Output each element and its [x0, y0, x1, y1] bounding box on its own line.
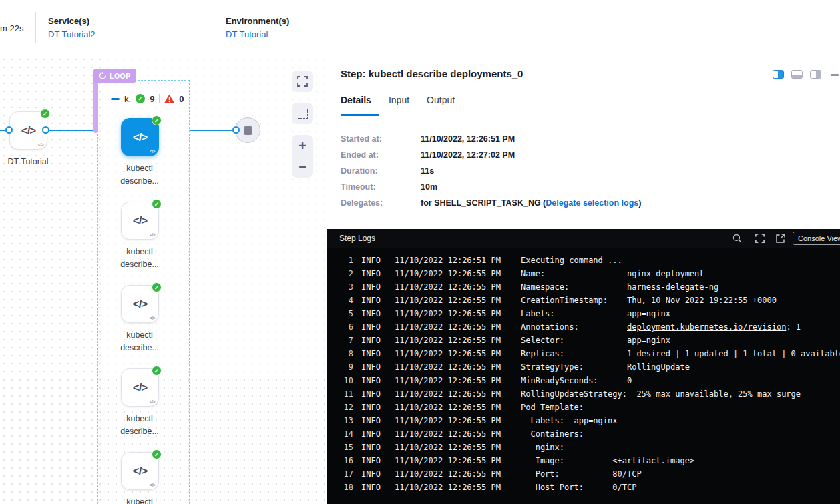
success-count: 9 — [150, 94, 154, 104]
log-line-number: 18 — [327, 483, 353, 496]
log-line: 3 INFO 11/10/2022 12:26:55 PM Namespace:… — [327, 282, 840, 296]
node-kubectl-describe-3[interactable]: </> </> ✓ — [121, 285, 159, 323]
log-line-number: 5 — [327, 309, 353, 322]
log-annotation-link[interactable]: deployment.kubernetes.io/revision — [627, 322, 786, 332]
log-level: INFO — [361, 269, 381, 282]
pipeline-canvas[interactable]: LOOP k. ✓ 9 0 </> </> ✓ DT Tutorial </> … — [0, 55, 327, 504]
search-icon[interactable] — [732, 234, 742, 243]
log-line-number: 14 — [327, 429, 353, 443]
log-timestamp: 11/10/2022 12:26:55 PM — [395, 429, 501, 443]
failure-count: 0 — [179, 94, 184, 104]
bottom-dock-icon[interactable] — [791, 70, 803, 79]
tab-output[interactable]: Output — [427, 95, 455, 105]
log-output[interactable]: 1 INFO 11/10/2022 12:26:51 PM Executing … — [327, 248, 840, 504]
log-timestamp: 11/10/2022 12:26:55 PM — [395, 469, 501, 483]
field-value: 11/10/2022, 12:26:51 PM — [421, 134, 515, 144]
success-check-icon: ✓ — [40, 109, 50, 119]
minimize-panel-icon[interactable] — [831, 74, 839, 76]
field-value: 11s — [421, 166, 434, 176]
step-logs-section: Step Logs Console View 1 INFO 11/10/2022… — [327, 229, 840, 504]
node-kubectl-describe-4[interactable]: </> </> ✓ — [121, 368, 159, 407]
log-line-number: 17 — [327, 469, 353, 483]
success-check-icon: ✓ — [152, 199, 162, 209]
log-timestamp: 11/10/2022 12:26:55 PM — [395, 456, 501, 469]
connector-port[interactable] — [232, 126, 240, 134]
field-value: 11/10/2022, 12:27:02 PM — [421, 150, 515, 160]
log-level: INFO — [361, 469, 381, 483]
detail-row: Ended at: 11/10/2022, 12:27:02 PM — [341, 150, 641, 160]
delegate-selection-logs-link[interactable]: Delegate selection logs — [546, 198, 638, 208]
warning-icon — [164, 94, 174, 103]
loop-badge[interactable]: LOOP — [93, 69, 136, 83]
log-message: Annotations: deployment.kubernetes.io/re… — [521, 322, 801, 336]
node-label: kubectldescribe... — [110, 329, 170, 354]
node-label: kubectldescribe... — [110, 162, 170, 188]
connector-port[interactable] — [5, 126, 13, 134]
console-view-button[interactable]: Console View — [793, 232, 840, 245]
log-message: Replicas: 1 desired | 1 updated | 1 tota… — [521, 349, 840, 362]
log-message: Namespace: harness-delegate-ng — [521, 282, 718, 296]
connector-port[interactable] — [42, 126, 49, 134]
divider — [327, 119, 840, 119]
split-view-icon[interactable] — [773, 70, 784, 79]
zoom-out-button[interactable]: − — [292, 156, 313, 178]
tab-input[interactable]: Input — [389, 95, 409, 105]
log-level: INFO — [361, 336, 381, 349]
field-value: for SHELL_SCRIPT_TASK_NG (Delegate selec… — [421, 198, 641, 208]
log-line-number: 2 — [327, 269, 353, 282]
log-line-number: 15 — [327, 443, 353, 456]
script-type-icon: </> — [150, 149, 155, 154]
log-line-number: 3 — [327, 282, 353, 296]
divider — [35, 12, 36, 43]
fullscreen-icon — [297, 76, 308, 87]
success-check-icon: ✓ — [152, 282, 162, 292]
fit-to-screen-button[interactable] — [292, 71, 313, 92]
log-timestamp: 11/10/2022 12:26:51 PM — [395, 256, 501, 269]
execution-header: m 22s Service(s) DT Tutorial2 Environmen… — [0, 0, 840, 55]
log-timestamp: 11/10/2022 12:26:55 PM — [395, 389, 501, 403]
log-level: INFO — [361, 349, 381, 362]
field-label: Duration: — [341, 166, 421, 176]
log-line-number: 8 — [327, 349, 353, 362]
log-line: 10 INFO 11/10/2022 12:26:55 PM MinReadyS… — [327, 376, 840, 389]
log-line: 8 INFO 11/10/2022 12:26:55 PM Replicas: … — [327, 349, 840, 362]
environment-link[interactable]: DT Tutorial — [226, 29, 289, 39]
open-in-new-icon[interactable] — [776, 234, 785, 243]
log-message: MinReadySeconds: 0 — [521, 376, 632, 389]
zoom-in-button[interactable]: + — [292, 135, 313, 156]
log-level: INFO — [361, 429, 381, 443]
tab-details[interactable]: Details — [341, 95, 371, 105]
right-dock-icon[interactable] — [810, 70, 821, 79]
log-level: INFO — [361, 483, 381, 496]
log-message: Pod Template: — [521, 403, 584, 416]
log-level: INFO — [361, 309, 381, 322]
log-level: INFO — [361, 389, 381, 403]
success-check-icon: ✓ — [152, 366, 162, 376]
service-link[interactable]: DT Tutorial2 — [48, 29, 95, 39]
loop-group-name: k. — [124, 94, 131, 104]
fullscreen-icon[interactable] — [755, 234, 765, 243]
detail-row: Timeout: 10m — [341, 182, 641, 192]
log-line-number: 13 — [327, 416, 353, 429]
log-line-number: 12 — [327, 403, 353, 416]
loop-icon — [99, 72, 106, 79]
log-level: INFO — [361, 362, 381, 376]
node-kubectl-describe-5[interactable]: </> </> ✓ — [121, 452, 159, 490]
log-line-number: 11 — [327, 389, 353, 403]
node-label: DT Tutorial — [0, 156, 59, 168]
node-kubectl-describe-2[interactable]: </> </> ✓ — [121, 202, 159, 240]
log-message: Host Port: 0/TCP — [521, 483, 636, 496]
elapsed-time: m 22s — [0, 23, 23, 33]
log-line: 18 INFO 11/10/2022 12:26:55 PM Host Port… — [327, 483, 840, 496]
collapse-icon[interactable] — [111, 98, 120, 100]
log-line: 15 INFO 11/10/2022 12:26:55 PM nginx: — [327, 443, 840, 456]
code-icon: </> — [133, 381, 148, 395]
log-message: Image: <+artifact.image> — [521, 456, 694, 469]
node-kubectl-describe-1[interactable]: </> </> ✓ — [121, 118, 159, 156]
marquee-select-button[interactable] — [292, 103, 313, 124]
log-message: Executing command ... — [521, 256, 622, 269]
loop-group-stats: k. ✓ 9 0 — [111, 92, 184, 105]
divider — [159, 94, 160, 103]
log-message: StrategyType: RollingUpdate — [521, 362, 690, 376]
success-check-icon: ✓ — [136, 94, 145, 103]
